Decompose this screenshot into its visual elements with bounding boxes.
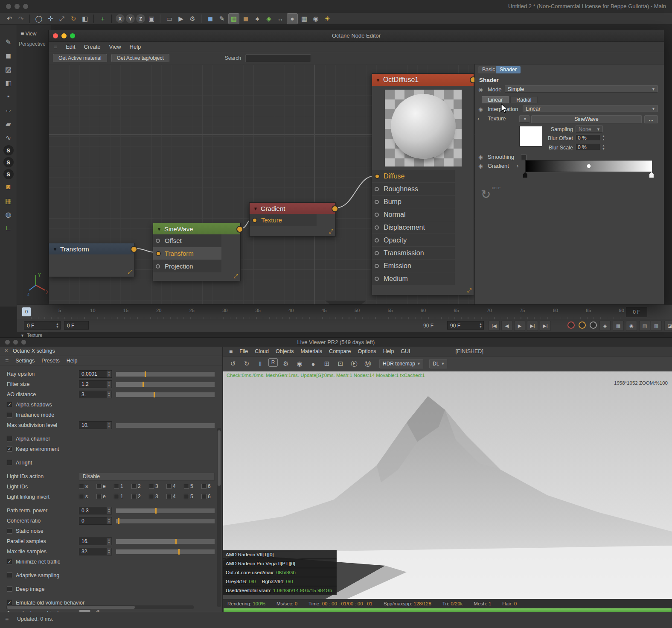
timeline-ruler[interactable]: 0 51015202530354045505560657075808590 0 …: [17, 304, 672, 320]
lv-menu-objects[interactable]: Objects: [276, 348, 294, 354]
port-bump-dot[interactable]: [375, 200, 379, 204]
menu-icon[interactable]: ≡: [54, 44, 57, 50]
get-active-tag-button[interactable]: Get Active tag/object: [111, 54, 169, 62]
ne-menu-view[interactable]: View: [109, 44, 121, 50]
stepper-icon[interactable]: ▲▼: [479, 322, 482, 328]
blur-scale-input[interactable]: 0 %: [576, 144, 600, 150]
restart-render-icon[interactable]: ↺: [227, 358, 239, 369]
keyframe-selection-button[interactable]: [590, 321, 597, 329]
gradient-knot-handle[interactable]: [586, 164, 591, 169]
close-window-button[interactable]: [5, 340, 10, 345]
node-transform[interactable]: ▼ Transform ⤢: [49, 243, 135, 277]
node-gradient-header[interactable]: ▼ Gradient: [250, 203, 335, 214]
light-linking-invert-6-checkbox[interactable]: [201, 494, 207, 499]
gradient-black-knot[interactable]: [523, 172, 527, 178]
viewport-menu-icon[interactable]: ≡: [20, 30, 24, 37]
search-input[interactable]: [245, 54, 311, 62]
refresh-icon[interactable]: ↻: [241, 358, 252, 369]
lock-z-axis-icon[interactable]: Z: [136, 14, 145, 23]
light-ids-6-checkbox[interactable]: [201, 484, 207, 489]
lv-menu-compare[interactable]: Compare: [329, 348, 351, 354]
coherent-ratio-slider[interactable]: [116, 519, 215, 523]
settings-horizontal-scrollbar[interactable]: [6, 605, 194, 609]
record-parameter-button[interactable]: ▤: [639, 321, 650, 331]
checker-ball-icon[interactable]: ◍: [3, 208, 15, 220]
parallel-samples-input[interactable]: 16.▲▼: [79, 537, 112, 545]
stepper-icon[interactable]: ▲▼: [56, 322, 59, 328]
material-tag-icon-3[interactable]: S: [3, 169, 14, 179]
material-tag-icon-2[interactable]: S: [3, 157, 14, 167]
port-displacement-dot[interactable]: [375, 225, 379, 230]
port-transmission-dot[interactable]: [375, 251, 379, 255]
node-canvas[interactable]: ▼ Transform ⤢ ▼ SineWave OffsetTransform…: [49, 64, 474, 304]
ray-epsilon-input[interactable]: 0.0001▲▼: [79, 370, 112, 378]
settings-menu-settings[interactable]: Settings: [15, 358, 35, 364]
filter-size-slider[interactable]: [116, 382, 215, 387]
alpha-shadows-checkbox[interactable]: ✓: [7, 402, 12, 407]
max-tile-samples-steppers[interactable]: ▲▼: [107, 548, 111, 555]
mode-dropdown[interactable]: Simple▼: [505, 85, 658, 93]
menu-icon[interactable]: ≡: [5, 357, 9, 364]
help-badge[interactable]: ↻ HELP: [481, 187, 491, 202]
tab-shader[interactable]: Shader: [496, 66, 521, 73]
port-emission-dot[interactable]: [375, 264, 379, 268]
adaptive-sampling-checkbox[interactable]: [7, 573, 12, 578]
deep-image-checkbox[interactable]: [7, 586, 12, 592]
timeline-menu-button[interactable]: ◪: [664, 321, 672, 331]
irradiance-mode-checkbox[interactable]: [7, 412, 12, 418]
lv-menu-file[interactable]: File: [239, 348, 248, 354]
octdiffuse1-output-port[interactable]: [470, 76, 474, 83]
scale-tool-icon[interactable]: ⤢: [57, 14, 67, 24]
volume-icon[interactable]: ◼: [241, 14, 251, 24]
blur-offset-steppers[interactable]: ▲▼: [601, 134, 606, 142]
ao-distance-slider[interactable]: [116, 392, 215, 397]
ne-menu-create[interactable]: Create: [84, 44, 101, 50]
light-ids-1-checkbox[interactable]: [114, 484, 119, 489]
end-frame-input[interactable]: 90 F▲▼: [447, 321, 484, 330]
port-transform-dot[interactable]: [156, 251, 161, 256]
canvas-collapse-handle[interactable]: [325, 301, 366, 304]
light-linking-invert-e-checkbox[interactable]: [96, 494, 102, 499]
interpolation-dropdown[interactable]: Linear▼: [523, 105, 658, 112]
material-picker-icon[interactable]: Ⓜ: [362, 358, 373, 369]
max-tile-samples-slider[interactable]: [116, 549, 215, 554]
filter-size-input[interactable]: 1.2▲▼: [79, 380, 112, 388]
pick-material-icon[interactable]: ⊡: [335, 358, 346, 369]
parallel-samples-steppers[interactable]: ▲▼: [107, 538, 111, 545]
parallel-samples-slider[interactable]: [116, 539, 215, 544]
play-button[interactable]: ▶: [514, 321, 525, 331]
add-object-icon[interactable]: +: [98, 14, 108, 24]
gradient-editor-bar[interactable]: [525, 160, 652, 172]
sinewave-output-port[interactable]: [236, 226, 243, 233]
camera-icon[interactable]: ◉: [311, 14, 321, 24]
get-active-material-button[interactable]: Get Active material: [53, 54, 107, 62]
prev-frame-button[interactable]: ◀: [501, 321, 512, 331]
render-to-picture-icon[interactable]: ▶: [176, 14, 186, 24]
port-opacity-dot[interactable]: [375, 238, 379, 242]
port-diffuse-dot[interactable]: [375, 174, 380, 179]
collapse-triangle-icon[interactable]: ▼: [53, 247, 57, 251]
port-roughness-dot[interactable]: [375, 187, 379, 191]
axis-mode-icon[interactable]: ∟: [3, 222, 15, 234]
timeline-scrubber[interactable]: 0: [22, 307, 31, 316]
collapse-triangle-icon[interactable]: ▼: [376, 78, 380, 82]
zoom-window-button[interactable]: [21, 340, 26, 345]
max-tile-samples-input[interactable]: 32.▲▼: [79, 548, 112, 555]
alpha-channel-checkbox[interactable]: [7, 436, 12, 441]
light-linking-invert-2-checkbox[interactable]: [131, 494, 137, 499]
model-mode-icon[interactable]: ◼: [3, 50, 15, 61]
next-frame-button[interactable]: ▶|: [527, 321, 538, 331]
points-mode-icon[interactable]: ▪: [3, 91, 15, 102]
light-ids-action-button[interactable]: Disable: [79, 473, 215, 481]
path-term-power-input[interactable]: 0.3▲▼: [79, 507, 112, 514]
node-transform-header[interactable]: ▼ Transform: [49, 243, 134, 254]
move-tool-icon[interactable]: ✛: [45, 14, 55, 24]
tonemap-dropdown[interactable]: HDR tonemap▼: [379, 359, 423, 368]
sampling-dropdown[interactable]: None▼: [576, 126, 603, 133]
light-linking-invert-s-checkbox[interactable]: [79, 494, 84, 499]
node-octdiffuse1[interactable]: ▼ OctDiffuse1 DiffuseRoughnessBumpNormal…: [372, 73, 474, 295]
blur-offset-input[interactable]: 0 %: [576, 134, 600, 141]
ai-light-checkbox[interactable]: [7, 460, 12, 465]
max-subdivision-level-steppers[interactable]: ▲▼: [107, 422, 111, 429]
light-linking-invert-5-checkbox[interactable]: [184, 494, 189, 499]
